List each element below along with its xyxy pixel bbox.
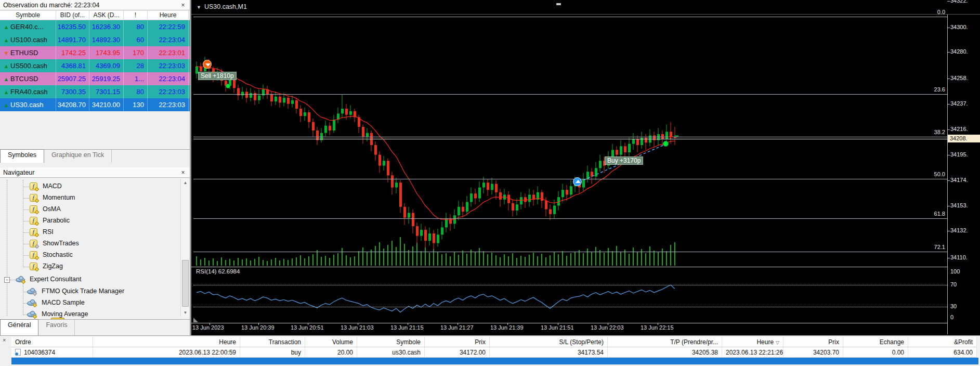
expert-diamond-icon bbox=[21, 280, 25, 284]
tab-symboles[interactable]: Symboles bbox=[0, 149, 44, 163]
order-cell: 34172.00 bbox=[425, 347, 490, 358]
indicator-diamond-icon bbox=[35, 233, 39, 237]
orders-column-header[interactable]: Transaction bbox=[240, 337, 305, 347]
tab-graphique-en-tick[interactable]: Graphique en Tick bbox=[44, 150, 112, 163]
ask-cell: 4369.09 bbox=[89, 59, 124, 72]
navigator-item-showtrades[interactable]: ShowTrades bbox=[43, 240, 79, 250]
symbol-name: GER40.c... bbox=[10, 23, 44, 31]
orders-column-header[interactable]: Symbole bbox=[357, 337, 425, 347]
navigator-item-zigzag[interactable]: ZigZag bbox=[43, 263, 63, 273]
orders-column-header[interactable]: T/P (Prendre/pr... bbox=[608, 337, 722, 347]
navigator-item-momentum[interactable]: Momentum bbox=[43, 194, 75, 204]
symbol-cell: ▲US100.cash bbox=[0, 33, 56, 46]
symbol-name: FRA40.cash bbox=[10, 88, 48, 96]
orders-column-header[interactable]: &Profit bbox=[908, 337, 977, 347]
navigator-item-ftmo-quick-trade-manager[interactable]: FTMO Quick Trade Manager bbox=[42, 287, 124, 298]
order-document-icon bbox=[15, 349, 21, 356]
navigator-item-parabolic[interactable]: Parabolic bbox=[43, 217, 70, 227]
market-watch-row[interactable]: ▼ETHUSD1742.251743.9517022:23:01 bbox=[0, 46, 190, 59]
expert-diamond-icon bbox=[33, 315, 37, 319]
indicator-diamond-icon bbox=[35, 221, 39, 226]
order-cell: 34205.38 bbox=[608, 347, 722, 358]
order-cell: 634.00 bbox=[908, 347, 977, 358]
orders-column-header[interactable]: Heure▽ bbox=[722, 337, 783, 347]
spread-cell: 80 bbox=[124, 20, 148, 33]
bid-cell: 7300.35 bbox=[56, 85, 89, 98]
navigator-titlebar[interactable]: Navigateur × bbox=[0, 167, 190, 178]
navigator-item-macd[interactable]: MACD bbox=[43, 182, 62, 193]
column-header[interactable]: ASK (D... bbox=[89, 10, 124, 20]
orders-column-header[interactable]: Echange bbox=[843, 337, 908, 347]
market-watch-row[interactable]: ▲US500.cash4368.814369.092822:23:03 bbox=[0, 59, 190, 72]
chart-window-handle-icon[interactable] bbox=[556, 3, 561, 5]
terminal-close-icon[interactable]: × bbox=[3, 337, 6, 343]
up-arrow-icon: ▲ bbox=[2, 99, 10, 111]
up-arrow-icon: ▲ bbox=[2, 86, 10, 98]
tree-guide-line bbox=[23, 303, 27, 304]
navigator-close-icon[interactable]: × bbox=[179, 167, 187, 178]
order-row[interactable]: 1040363742023.06.13 22:00:59buy20.00us30… bbox=[11, 347, 977, 358]
orders-column-header[interactable]: S/L (Stop/Perte) bbox=[490, 337, 608, 347]
column-header[interactable]: Symbole bbox=[0, 10, 56, 20]
up-arrow-icon: ▲ bbox=[2, 34, 10, 46]
symbol-cell: ▲GER40.c... bbox=[0, 20, 56, 33]
orders-column-header[interactable]: Prix bbox=[783, 337, 843, 347]
orders-header-row[interactable]: OrdreHeureTransactionVolumeSymbolePrixS/… bbox=[11, 337, 977, 347]
tab-général[interactable]: Général bbox=[0, 319, 38, 335]
order-cell: 34203.70 bbox=[783, 347, 843, 358]
tree-guide-line bbox=[23, 210, 29, 210]
market-watch-titlebar[interactable]: Observation du marché: 22:23:04 × bbox=[0, 0, 190, 10]
indicator-diamond-icon bbox=[35, 210, 39, 214]
orders-column-header[interactable]: Prix bbox=[425, 337, 490, 347]
ask-cell: 14892.30 bbox=[89, 33, 124, 46]
scrollbar-thumb[interactable] bbox=[182, 260, 189, 307]
navigator-scrollbar[interactable]: ▲ ▼ bbox=[180, 179, 190, 317]
navigator-item-stochastic[interactable]: Stochastic bbox=[43, 251, 73, 262]
left-panels: Observation du marché: 22:23:04 × Symbol… bbox=[0, 0, 190, 335]
market-watch-row[interactable]: ▲BTCUSD25907.2525919.251...22:23:04 bbox=[0, 72, 190, 85]
chart-window[interactable] bbox=[191, 0, 980, 335]
chart-collapse-icon[interactable]: ▼ bbox=[197, 5, 201, 10]
market-watch-close-icon[interactable]: × bbox=[179, 0, 187, 10]
navigator-item-macd-sample[interactable]: MACD Sample bbox=[42, 299, 85, 309]
spread-cell: 60 bbox=[124, 33, 148, 46]
tree-guide-line bbox=[7, 180, 7, 316]
orders-table: OrdreHeureTransactionVolumeSymbolePrixS/… bbox=[11, 337, 977, 358]
tab-favoris[interactable]: Favoris bbox=[38, 320, 75, 335]
chart-title: US30.cash,M1 bbox=[204, 3, 247, 10]
up-arrow-icon: ▲ bbox=[2, 21, 10, 33]
column-header[interactable]: Heure bbox=[148, 10, 189, 20]
column-header[interactable]: ! bbox=[124, 10, 148, 20]
market-watch-header-row[interactable]: SymboleBID (of...ASK (D...!Heure bbox=[0, 10, 190, 20]
orders-column-header[interactable]: Ordre bbox=[11, 337, 93, 347]
tree-guide-line bbox=[23, 187, 29, 187]
mt4-terminal-window: Observation du marché: 22:23:04 × Symbol… bbox=[0, 0, 980, 366]
bid-cell: 14891.70 bbox=[56, 33, 89, 46]
tree-guide-line bbox=[23, 292, 27, 292]
tree-collapse-icon[interactable]: − bbox=[4, 277, 10, 283]
bid-cell: 1742.25 bbox=[56, 46, 89, 59]
time-cell: 22:22:59 bbox=[148, 20, 189, 33]
tree-guide-line bbox=[23, 281, 23, 314]
orders-column-header[interactable]: Volume bbox=[305, 337, 357, 347]
time-cell: 22:23:04 bbox=[148, 72, 189, 85]
scroll-up-icon[interactable]: ▲ bbox=[181, 179, 190, 187]
market-watch-row[interactable]: ▲GER40.c...16235.5016236.308022:22:59 bbox=[0, 20, 190, 33]
orders-column-header[interactable]: Heure bbox=[93, 337, 240, 347]
spread-cell: 80 bbox=[124, 85, 148, 98]
tree-guide-line bbox=[23, 221, 29, 221]
time-cell: 22:23:03 bbox=[148, 98, 189, 111]
navigator-item-expert-consultant[interactable]: Expert Consultant bbox=[30, 276, 81, 286]
market-watch-row[interactable]: ▲US100.cash14891.7014892.306022:23:04 bbox=[0, 33, 190, 46]
selected-empty-row[interactable] bbox=[11, 358, 978, 364]
market-watch-row[interactable]: ▲US30.cash34208.7034210.0013022:23:03 bbox=[0, 98, 190, 111]
navigator-item-osma[interactable]: OsMA bbox=[43, 205, 61, 216]
chart-titlebar: ▼US30.cash,M1 bbox=[191, 0, 980, 15]
tree-guide-line bbox=[23, 267, 29, 267]
scroll-down-icon[interactable]: ▼ bbox=[181, 309, 190, 317]
navigator-item-rsi[interactable]: RSI bbox=[43, 228, 54, 239]
tree-guide-line bbox=[23, 180, 23, 267]
time-cell: 22:23:03 bbox=[148, 85, 189, 98]
column-header[interactable]: BID (of... bbox=[56, 10, 89, 20]
market-watch-row[interactable]: ▲FRA40.cash7300.357301.158022:23:03 bbox=[0, 85, 190, 98]
